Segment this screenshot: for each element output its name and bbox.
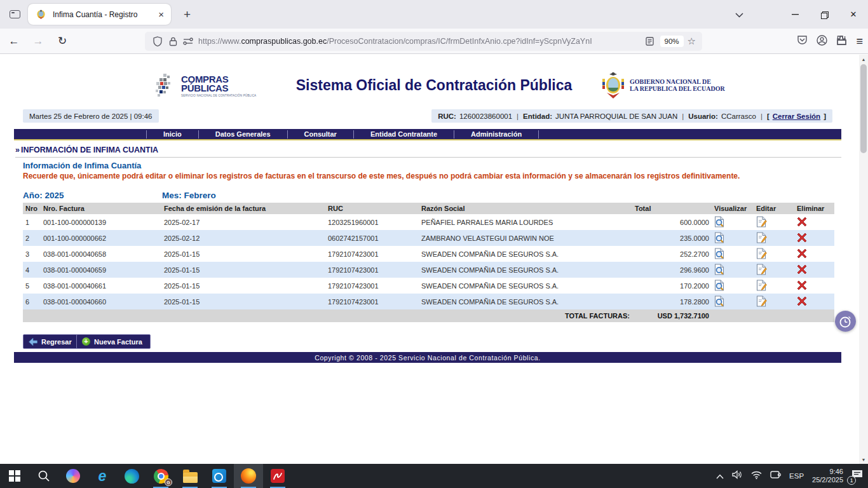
taskbar-ie-button[interactable]: e [88,464,117,488]
taskbar-clock[interactable]: 9:46 25/2/2025 [812,468,843,484]
new-tab-button[interactable]: + [180,8,194,20]
firefox-view-icon[interactable] [5,6,24,23]
scroll-down-icon[interactable]: ▼ [859,455,868,464]
eliminar-icon[interactable] [797,268,807,276]
reload-button[interactable]: ↻ [52,32,72,51]
eliminar-icon[interactable] [797,300,807,308]
eliminar-icon[interactable] [797,236,807,244]
entity-label: Entidad: [523,112,552,120]
extensions-puzzle-icon[interactable] [836,35,847,48]
list-all-tabs-icon[interactable] [735,9,743,20]
account-icon[interactable] [817,35,827,48]
taskbar-file-explorer-button[interactable] [175,464,205,488]
nav-item-datos-generales[interactable]: Datos Generales [198,130,287,139]
bookmark-star-icon[interactable]: ☆ [688,36,696,47]
reader-mode-icon[interactable] [642,34,658,49]
eliminar-icon[interactable] [797,284,807,292]
ecuador-coat-of-arms-icon [600,71,626,99]
editar-icon[interactable] [756,285,767,292]
wifi-icon[interactable] [751,470,762,482]
editar-icon[interactable] [756,269,767,276]
taskbar-firefox-button[interactable] [234,464,263,488]
cell-razon: SWEADEN COMPAÑIA DE SEGUROS S.A. [419,262,632,278]
page-scrollbar[interactable]: ▲ ▼ [859,55,868,464]
taskbar-chrome-button[interactable]: G [146,464,175,488]
window-minimize-button[interactable] [780,0,810,29]
cell-eliminar [794,214,834,230]
visualizar-icon[interactable] [714,221,725,229]
cell-razon: SWEADEN COMPAÑIA DE SEGUROS S.A. [419,278,632,294]
nav-item-inicio[interactable]: Inicio [146,130,198,139]
nav-item-consultar[interactable]: Consultar [287,130,353,139]
cell-total: 600.0000 [632,214,712,230]
site-permissions-icon[interactable] [180,34,196,49]
scrollbar-thumb[interactable] [860,64,867,153]
editar-icon[interactable] [756,221,767,229]
language-indicator[interactable]: ESP [789,472,804,480]
edge-icon [125,469,139,484]
taskbar-outlook-button[interactable] [205,464,234,488]
tab-close-icon[interactable]: × [156,10,166,19]
tray-chevron-icon[interactable] [716,470,724,482]
taskbar-edge-button[interactable] [117,464,146,488]
window-close-button[interactable]: ✕ [839,0,868,29]
meet-now-icon[interactable] [770,470,781,482]
cell-visualizar [712,214,754,230]
action-center-button[interactable]: 1 [851,470,863,482]
tracking-shield-icon[interactable] [150,34,165,49]
regresar-button[interactable]: Regresar [23,334,80,349]
editar-icon[interactable] [756,253,767,261]
invoice-table-body: 1 001-100-000000139 2025-02-17 120325196… [23,214,834,309]
scroll-up-icon[interactable]: ▲ [859,55,868,64]
zoom-level-button[interactable]: 90% [660,36,684,47]
logout-link[interactable]: Cerrar Sesión [773,112,820,120]
gov-line2: LA REPUBLICA DEL ECUADOR [630,85,725,92]
ruc-label: RUC: [438,112,456,120]
start-button[interactable] [0,464,29,488]
visualizar-icon[interactable] [714,269,725,276]
cell-factura: 038-001-000040659 [41,262,161,278]
browser-tab[interactable]: Infima Cuantía - Registro × [28,4,171,25]
nav-item-entidad-contratante[interactable]: Entidad Contratante [353,130,454,139]
cell-factura: 001-100-000000139 [41,214,161,230]
nav-item-administracion[interactable]: Administración [454,130,539,139]
pocket-icon[interactable] [797,35,808,48]
copilot-icon [66,469,80,483]
cell-total: 178.2800 [632,294,712,309]
window-restore-button[interactable] [810,0,839,29]
taskbar-search-button[interactable] [29,464,58,488]
nueva-factura-button[interactable]: + Nueva Factura [76,334,151,349]
visualizar-icon[interactable] [714,285,725,292]
cell-eliminar [794,278,834,294]
cell-nro: 3 [23,246,41,262]
lock-icon[interactable] [165,34,180,49]
url-bar[interactable]: https://www.compraspublicas.gob.ec/Proce… [145,32,702,51]
app-menu-icon[interactable]: ≡ [856,35,863,48]
eliminar-icon[interactable] [797,252,807,260]
system-tray: ESP 9:46 25/2/2025 1 [716,464,863,488]
cell-eliminar [794,246,834,262]
windows-logo-icon [9,470,20,482]
tab-title: Infima Cuantía - Registro [53,10,156,19]
cell-visualizar [712,246,754,262]
timer-extension-widget[interactable] [835,311,856,332]
eliminar-icon[interactable] [797,220,807,228]
cell-ruc: 1792107423001 [325,262,419,278]
gov-line1: GOBIERNO NACIONAL DE [630,78,725,85]
visualizar-icon[interactable] [714,301,725,308]
editar-icon[interactable] [756,237,767,245]
visualizar-icon[interactable] [714,253,725,261]
entity-value: JUNTA PARROQUIAL DE SAN JUAN [555,112,677,120]
taskbar-copilot-button[interactable] [58,464,88,488]
visualizar-icon[interactable] [714,237,725,245]
cell-total: 170.2000 [632,278,712,294]
year-label: Año: 2025 [23,191,64,200]
internet-explorer-icon: e [98,469,107,484]
editar-icon[interactable] [756,301,767,308]
volume-icon[interactable] [732,470,743,482]
table-row: 3 038-001-000040658 2025-01-15 179210742… [23,246,834,262]
taskbar-acrobat-button[interactable] [263,464,292,488]
cell-nro: 4 [23,262,41,278]
back-button[interactable]: ← [4,32,24,51]
invoices-table: Nro Nro. Factura Fecha de emisión de la … [23,203,834,322]
